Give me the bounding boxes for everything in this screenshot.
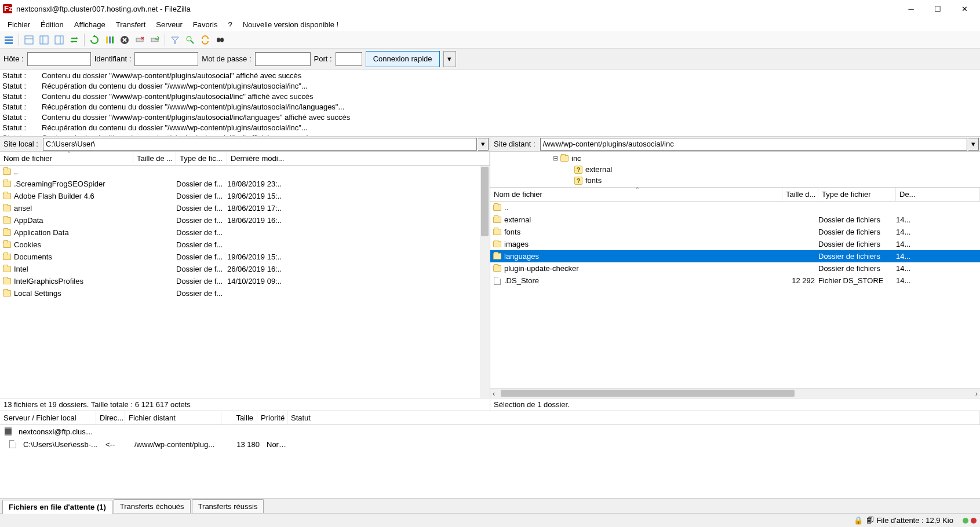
local-path-label: Site local : [0,140,42,148]
tab-queued[interactable]: Fichiers en file d'attente (1) [2,500,112,514]
list-item[interactable]: DocumentsDossier de f...19/06/2019 15:.. [0,251,490,263]
close-button[interactable]: ✕ [951,0,978,17]
remote-path-dropdown[interactable]: ▾ [968,138,979,151]
list-item[interactable]: Application DataDossier de f... [0,226,490,239]
svg-rect-3 [5,39,13,41]
maximize-button[interactable]: ☐ [924,0,951,17]
svg-rect-12 [109,36,111,43]
refresh-icon[interactable] [88,33,101,47]
log-line: Statut :Récupération du contenu du dossi… [2,81,978,92]
status-bar: 🔒 🗐 File d'attente : 12,9 Kio [0,513,980,527]
window-title: nextconsxl@ftp.cluster007.hosting.ovh.ne… [16,5,898,13]
log-line: Statut :Contenu du dossier "/www/wp-cont… [2,112,978,123]
pass-input[interactable] [255,52,311,66]
menu-transfert[interactable]: Transfert [111,19,151,30]
tab-failed[interactable]: Transferts échoués [114,499,191,513]
user-input[interactable] [134,52,198,66]
disconnect-icon[interactable] [133,33,147,47]
remote-status: Sélection de 1 dossier. [490,398,980,411]
log-line: Statut :Récupération du contenu du dossi… [2,102,978,112]
list-item[interactable]: IntelDossier de f...26/06/2019 16:.. [0,263,490,275]
menu-fichier[interactable]: Fichier [2,19,35,30]
menu-bar: FichierÉditionAffichageTransfertServeurF… [0,17,980,31]
transfer-queue: Serveur / Fichier local Direc... Fichier… [0,411,980,513]
svg-rect-13 [112,36,114,43]
list-item[interactable]: imagesDossier de fichiers14... [490,238,980,250]
port-input[interactable] [336,52,362,66]
quickconnect-dropdown[interactable]: ▾ [443,51,456,67]
local-path-input[interactable] [43,138,477,151]
local-file-list[interactable]: ...ScreamingFrogSEOSpiderDossier de f...… [0,166,490,398]
compare-icon[interactable] [183,33,197,47]
local-list-header[interactable]: Nom de fichier⌃ Taille de ... Type de fi… [0,152,490,166]
quickconnect-button[interactable]: Connexion rapide [366,51,440,67]
lock-icon: 🔒 [854,516,863,525]
svg-line-18 [191,41,194,43]
toggle-local-tree-icon[interactable] [37,33,51,47]
sync-browse-icon[interactable] [198,33,212,47]
list-item[interactable]: CookiesDossier de f... [0,239,490,251]
list-item[interactable]: .. [490,202,980,214]
list-item[interactable]: IntelGraphicsProfilesDossier de f...14/1… [0,275,490,287]
menu-dition[interactable]: Édition [35,19,69,30]
list-item[interactable]: .DS_Store12 292Fichier DS_STORE14... [490,275,980,287]
menu-[interactable]: ? [223,19,237,30]
queue-item[interactable]: nextconsxl@ftp.cluste... [0,425,980,438]
remote-list-header[interactable]: Nom de fichier⌃ Taille d... Type de fich… [490,188,980,202]
remote-path-input[interactable] [540,138,967,151]
svg-rect-9 [55,36,63,44]
title-bar: Fz nextconsxl@ftp.cluster007.hosting.ovh… [0,0,980,17]
toggle-queue-icon[interactable] [67,33,81,47]
log-line: Statut :Contenu du dossier "/www/wp-cont… [2,71,978,81]
list-item[interactable]: externalDossier de fichiers14... [490,214,980,226]
filter-icon[interactable] [168,33,182,47]
log-pane[interactable]: Statut :Contenu du dossier "/www/wp-cont… [0,69,980,137]
toggle-remote-tree-icon[interactable] [52,33,66,47]
remote-pane: Site distant : ▾ ⊟inc?external?fonts Nom… [490,137,980,411]
tab-success[interactable]: Transferts réussis [192,499,264,513]
list-item[interactable]: AppDataDossier de f...18/06/2019 16:.. [0,214,490,226]
list-item[interactable]: plugin-update-checkerDossier de fichiers… [490,262,980,275]
list-item[interactable]: .ScreamingFrogSEOSpiderDossier de f...18… [0,178,490,190]
host-input[interactable] [27,52,91,66]
reconnect-icon[interactable] [148,33,162,47]
app-logo-icon: Fz [2,3,13,14]
menu-serveur[interactable]: Serveur [151,19,188,30]
queue-list[interactable]: nextconsxl@ftp.cluste...C:\Users\User\es… [0,425,980,498]
process-queue-icon[interactable] [103,33,116,47]
tree-item[interactable]: ?external [491,164,979,175]
list-item[interactable]: languagesDossier de fichiers14... [490,250,980,262]
list-item[interactable]: fontsDossier de fichiers14... [490,226,980,238]
remote-file-list[interactable]: ..externalDossier de fichiers14...fontsD… [490,202,980,388]
tree-item[interactable]: ⊟inc [491,153,979,164]
local-path-dropdown[interactable]: ▾ [478,138,489,151]
remote-hscrollbar[interactable] [490,388,980,398]
queue-header[interactable]: Serveur / Fichier local Direc... Fichier… [0,411,980,425]
menu-affichage[interactable]: Affichage [69,19,111,30]
remote-tree[interactable]: ⊟inc?external?fonts [490,152,980,188]
user-label: Identifiant : [94,54,132,63]
menu-nouvelleversiondisponible[interactable]: Nouvelle version disponible ! [238,19,344,30]
menu-favoris[interactable]: Favoris [188,19,223,30]
queue-indicator-icon: 🗐 [866,516,874,525]
list-item[interactable]: .. [0,166,490,178]
activity-led-recv-icon [963,518,968,524]
search-remote-icon[interactable] [213,33,227,47]
local-pane: Site local : ▾ Nom de fichier⌃ Taille de… [0,137,490,411]
svg-rect-5 [25,36,33,44]
list-item[interactable]: Local SettingsDossier de f... [0,287,490,299]
cancel-icon[interactable] [118,33,132,47]
local-scrollbar[interactable] [480,166,490,398]
svg-rect-21 [220,39,221,41]
svg-rect-2 [5,36,13,38]
toggle-log-icon[interactable] [22,33,36,47]
queue-size-label: File d'attente : 12,9 Kio [876,516,953,525]
tree-item[interactable]: ?fonts [491,175,979,186]
toolbar [0,31,980,49]
list-item[interactable]: anselDossier de f...18/06/2019 17:.. [0,202,490,214]
list-item[interactable]: Adobe Flash Builder 4.6Dossier de f...19… [0,190,490,202]
queue-item[interactable]: C:\Users\User\essb-...<--/www/wp-content… [0,438,980,451]
minimize-button[interactable]: ─ [898,0,924,17]
svg-rect-4 [5,42,13,44]
site-manager-icon[interactable] [2,33,16,47]
